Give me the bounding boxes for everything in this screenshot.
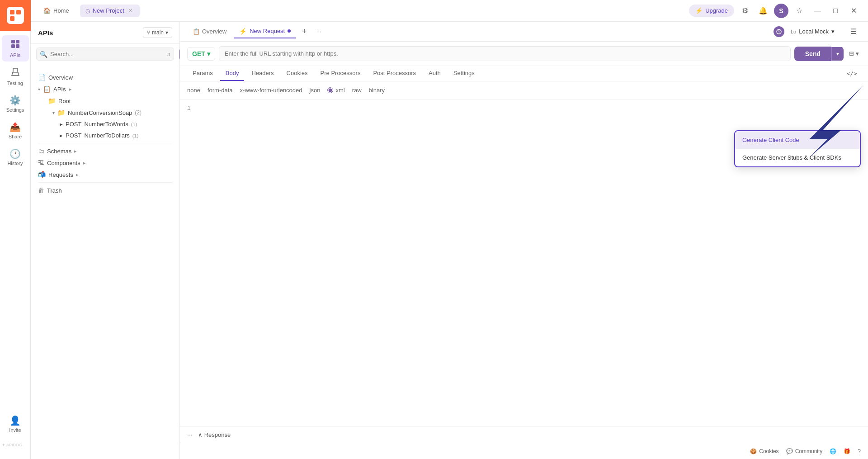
- svg-rect-7: [16, 44, 19, 48]
- code-icon: </>: [847, 70, 857, 77]
- tab-auth[interactable]: Auth: [423, 66, 446, 81]
- trash-item[interactable]: 🗑 Trash: [31, 185, 179, 196]
- sidebar-item-settings[interactable]: ⚙️ Settings: [2, 91, 29, 116]
- new-request-label: New Request: [250, 28, 285, 34]
- gift-item[interactable]: 🎁: [844, 448, 850, 454]
- add-tab-button[interactable]: +: [298, 25, 311, 38]
- search-input[interactable]: [36, 47, 174, 61]
- settings-button[interactable]: ⚙: [738, 4, 752, 18]
- local-mock-prefix: Lo: [791, 29, 796, 34]
- code-icon-button[interactable]: </>: [843, 66, 861, 80]
- right-panel-toggle[interactable]: ⊟ ▾: [847, 48, 861, 59]
- response-toggle[interactable]: ∧ Response: [198, 431, 231, 438]
- search-icon: 🔍: [40, 51, 47, 58]
- method-selector[interactable]: GET ▾: [187, 47, 215, 61]
- bookmark-button[interactable]: ☆: [792, 4, 807, 18]
- params-label: Params: [193, 70, 213, 76]
- overview-item[interactable]: 📄 Overview: [31, 71, 179, 83]
- requests-item[interactable]: 📬 Requests ▸: [31, 169, 179, 180]
- close-button[interactable]: ✕: [846, 4, 861, 18]
- headers-label: Headers: [251, 70, 274, 76]
- branch-icon: ⑂: [147, 29, 150, 36]
- tab-cookies[interactable]: Cookies: [281, 66, 313, 81]
- community-label: Community: [795, 448, 823, 454]
- number-to-dollars-item[interactable]: ▸ POST NumberToDollars (1): [52, 130, 179, 141]
- home-label: Home: [53, 7, 69, 14]
- filter-icon[interactable]: ⊿: [166, 51, 170, 57]
- branch-chevron-icon: ▾: [165, 29, 168, 36]
- auth-label: Auth: [429, 70, 441, 76]
- generate-server-stubs-label: Generate Server Stubs & Client SDKs: [742, 154, 841, 161]
- send-button-group: Send ▾: [794, 47, 844, 61]
- root-label: Root: [58, 98, 71, 104]
- body-type-none[interactable]: none: [187, 85, 200, 95]
- nc-folder-icon: 📁: [57, 109, 65, 116]
- body-type-raw[interactable]: raw: [352, 85, 362, 95]
- sidebar-item-testing[interactable]: Testing: [2, 63, 29, 90]
- tab-settings[interactable]: Settings: [448, 66, 480, 81]
- root-item[interactable]: 📁 Root: [38, 95, 179, 107]
- settings-icon: ⚙️: [9, 95, 21, 106]
- local-mock-selector[interactable]: Lo Local Mock ▾: [786, 26, 839, 37]
- send-button[interactable]: Send: [794, 47, 831, 61]
- project-tab-icon: ◷: [85, 8, 90, 14]
- sidebar-item-apis[interactable]: APIs: [2, 35, 29, 62]
- user-avatar[interactable]: S: [774, 4, 788, 18]
- more-tabs-button[interactable]: ···: [312, 25, 325, 38]
- schemas-item[interactable]: 🗂 Schemas ▸: [31, 145, 179, 157]
- sidebar-item-settings-label: Settings: [6, 107, 24, 113]
- cookies-label: Cookies: [287, 70, 308, 76]
- overview-tab[interactable]: 📋 Overview: [187, 25, 232, 38]
- body-type-urlencoded[interactable]: x-www-form-urlencoded: [240, 85, 302, 95]
- app-logo: [0, 0, 31, 31]
- send-dropdown-button[interactable]: ▾: [831, 47, 844, 61]
- components-item[interactable]: 🏗 Components ▸: [31, 157, 179, 169]
- branch-selector[interactable]: ⑂ main ▾: [143, 27, 172, 38]
- notifications-button[interactable]: 🔔: [756, 4, 770, 18]
- number-conversion-item[interactable]: ▾ 📁 NumberConversionSoap (2): [45, 107, 179, 118]
- tab-pre-processors[interactable]: Pre Processors: [315, 66, 366, 81]
- tab-body[interactable]: Body: [220, 66, 245, 81]
- community-item[interactable]: 💬 Community: [786, 448, 823, 454]
- hamburger-button[interactable]: ☰: [846, 24, 861, 39]
- generate-client-code-item[interactable]: Generate Client Code: [735, 131, 860, 149]
- content-area: APIs ⑂ main ▾ 🔍 ⊿ +: [31, 22, 868, 459]
- cookies-bottom-item[interactable]: 🍪 Cookies: [750, 448, 778, 454]
- xml-radio[interactable]: [327, 87, 333, 93]
- body-type-json[interactable]: json: [310, 85, 321, 95]
- body-type-binary[interactable]: binary: [369, 85, 385, 95]
- tab-headers[interactable]: Headers: [246, 66, 279, 81]
- tab-post-processors[interactable]: Post Processors: [368, 66, 421, 81]
- overview-tab-label: Overview: [202, 28, 226, 35]
- sidebar-item-share[interactable]: 📤 Share: [2, 118, 29, 143]
- drag-handle[interactable]: ···: [187, 431, 193, 438]
- url-input[interactable]: [219, 46, 791, 61]
- home-tab[interactable]: 🏠 Home: [38, 5, 75, 17]
- new-request-tab[interactable]: ⚡ New Request: [234, 25, 296, 38]
- body-type-xml[interactable]: xml: [327, 87, 344, 94]
- spacer: [31, 64, 179, 68]
- number-to-words-item[interactable]: ▸ POST NumberToWords (1): [52, 118, 179, 130]
- history-icon: 🕐: [9, 148, 21, 159]
- apis-folder[interactable]: ▾ 📋 APIs ▸: [31, 83, 179, 95]
- response-chevron-icon: ∧: [198, 431, 203, 438]
- overview-label: Overview: [48, 74, 73, 81]
- generate-dropdown: Generate Client Code Generate Server Stu…: [734, 130, 861, 167]
- upgrade-button[interactable]: ⚡ Upgrade: [689, 5, 734, 17]
- project-tab[interactable]: ◷ New Project ✕: [80, 5, 140, 17]
- project-tab-close[interactable]: ✕: [127, 7, 134, 14]
- tab-params[interactable]: Params: [187, 66, 218, 81]
- method-label: GET: [192, 50, 205, 57]
- body-type-form-data[interactable]: form-data: [208, 85, 233, 95]
- generate-server-stubs-item[interactable]: Generate Server Stubs & Client SDKs: [735, 149, 860, 166]
- svg-text:✦ APIDOG: ✦ APIDOG: [2, 443, 22, 447]
- sidebar-bottom: 👤 Invite ✦ APIDOG: [0, 412, 31, 459]
- sidebar-item-history[interactable]: 🕐 History: [2, 145, 29, 170]
- help-item[interactable]: ?: [858, 448, 861, 454]
- settings-tab-label: Settings: [453, 70, 475, 76]
- maximize-button[interactable]: □: [828, 4, 843, 18]
- minimize-button[interactable]: —: [810, 4, 825, 18]
- sidebar-item-invite[interactable]: 👤 Invite: [2, 412, 29, 436]
- globe-item[interactable]: 🌐: [830, 448, 836, 454]
- sidebar-item-invite-label: Invite: [9, 427, 21, 433]
